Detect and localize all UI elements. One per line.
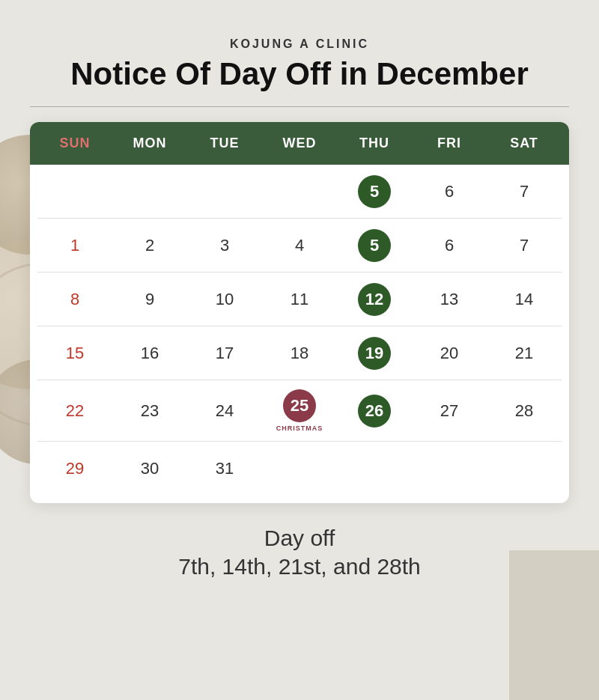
cal-cell: 13 xyxy=(412,273,487,326)
cal-cell xyxy=(487,442,562,496)
cal-cell xyxy=(37,165,112,219)
cal-cell xyxy=(412,442,487,496)
dayoff-dates: 7th, 14th, 21st, and 28th xyxy=(178,554,421,579)
cal-header-mon: MON xyxy=(112,136,187,151)
cal-cell: 19 xyxy=(337,326,412,380)
cal-number: 23 xyxy=(141,401,159,421)
cal-cell: 17 xyxy=(187,326,262,380)
cal-cell: 10 xyxy=(187,273,262,326)
cal-cell: 2 xyxy=(112,219,187,273)
calendar: SUNMONTUEWEDTHUFRISAT 567123456789101112… xyxy=(30,122,569,503)
circle-green: 26 xyxy=(358,395,391,427)
cal-cell: 4 xyxy=(262,219,337,273)
cal-number: 15 xyxy=(66,344,84,363)
cal-header-tue: TUE xyxy=(187,136,262,151)
page-wrapper: KOJUNG A CLINIC Notice Of Day Off in Dec… xyxy=(0,0,599,700)
cal-cell: 29 xyxy=(37,442,112,496)
circle-green: 5 xyxy=(358,229,391,262)
cal-number: 22 xyxy=(66,401,84,421)
dayoff-title: Day off xyxy=(178,526,421,551)
cal-number: 29 xyxy=(66,459,84,478)
cal-cell: 31 xyxy=(187,442,262,496)
circle-red: 25 xyxy=(283,389,316,422)
circle-green: 5 xyxy=(358,175,391,208)
circle-green: 19 xyxy=(358,337,391,370)
cal-number: 6 xyxy=(445,236,454,255)
cal-number: 16 xyxy=(141,344,159,363)
cal-number: 17 xyxy=(216,344,234,363)
cal-cell: 24 xyxy=(187,380,262,442)
cal-cell: 18 xyxy=(262,326,337,380)
cal-number: 18 xyxy=(291,344,308,363)
cal-cell: 23 xyxy=(112,380,187,442)
cal-cell: 6 xyxy=(412,165,487,219)
cal-number: 4 xyxy=(295,236,304,255)
clinic-name: KOJUNG A CLINIC xyxy=(230,37,369,51)
cal-cell xyxy=(337,442,412,496)
cal-number: 11 xyxy=(291,290,308,309)
cal-number: 2 xyxy=(145,236,154,255)
cal-cell xyxy=(262,165,337,219)
cal-cell: 26 xyxy=(337,380,412,442)
cal-cell: 25CHRISTMAS xyxy=(262,380,337,442)
cal-cell: 7 xyxy=(487,165,562,219)
cal-cell xyxy=(112,165,187,219)
cal-number: 21 xyxy=(515,344,533,363)
cal-cell: 20 xyxy=(412,326,487,380)
cal-cell: 22 xyxy=(37,380,112,442)
cal-number: 30 xyxy=(141,459,159,478)
cal-number: 14 xyxy=(515,290,533,309)
cal-number: 13 xyxy=(440,290,458,309)
cal-cell: 16 xyxy=(112,326,187,380)
cal-cell: 11 xyxy=(262,273,337,326)
cal-header-sat: SAT xyxy=(487,136,562,151)
page-title: Notice Of Day Off in December xyxy=(70,57,528,91)
calendar-body: 5671234567891011121314151617181920212223… xyxy=(30,165,569,503)
cal-number: 31 xyxy=(216,459,234,478)
cal-number: 10 xyxy=(216,290,234,309)
cal-number: 9 xyxy=(145,290,154,309)
cal-cell: 28 xyxy=(487,380,562,442)
cal-header-fri: FRI xyxy=(412,136,487,151)
cal-number: 8 xyxy=(70,290,79,309)
cal-cell: 5 xyxy=(337,165,412,219)
cal-number: 20 xyxy=(440,344,458,363)
cal-cell: 27 xyxy=(412,380,487,442)
cal-cell: 8 xyxy=(37,273,112,326)
cal-number: 27 xyxy=(440,401,458,421)
cal-cell: 5 xyxy=(337,219,412,273)
cal-cell: 14 xyxy=(487,273,562,326)
cal-number: 6 xyxy=(445,182,454,201)
cal-number: 28 xyxy=(515,401,533,421)
cal-number: 7 xyxy=(520,236,529,255)
christmas-label: CHRISTMAS xyxy=(276,424,323,432)
cal-cell: 7 xyxy=(487,219,562,273)
cal-number: 1 xyxy=(70,236,79,255)
calendar-header: SUNMONTUEWEDTHUFRISAT xyxy=(30,122,569,165)
cal-cell: 9 xyxy=(112,273,187,326)
cal-cell: 15 xyxy=(37,326,112,380)
cal-cell: 1 xyxy=(37,219,112,273)
cal-cell: 12 xyxy=(337,273,412,326)
cal-cell: 3 xyxy=(187,219,262,273)
circle-green: 12 xyxy=(358,283,391,316)
divider xyxy=(30,106,569,107)
cal-number: 7 xyxy=(520,182,529,201)
cal-header-wed: WED xyxy=(262,136,337,151)
cal-header-thu: THU xyxy=(337,136,412,151)
cal-header-sun: SUN xyxy=(37,136,112,151)
cal-cell: 21 xyxy=(487,326,562,380)
cal-cell xyxy=(262,442,337,496)
dayoff-notice: Day off 7th, 14th, 21st, and 28th xyxy=(178,526,421,579)
cal-cell: 30 xyxy=(112,442,187,496)
cal-number: 3 xyxy=(220,236,229,255)
cal-number: 24 xyxy=(216,401,234,421)
cal-cell xyxy=(187,165,262,219)
cal-cell: 6 xyxy=(412,219,487,273)
